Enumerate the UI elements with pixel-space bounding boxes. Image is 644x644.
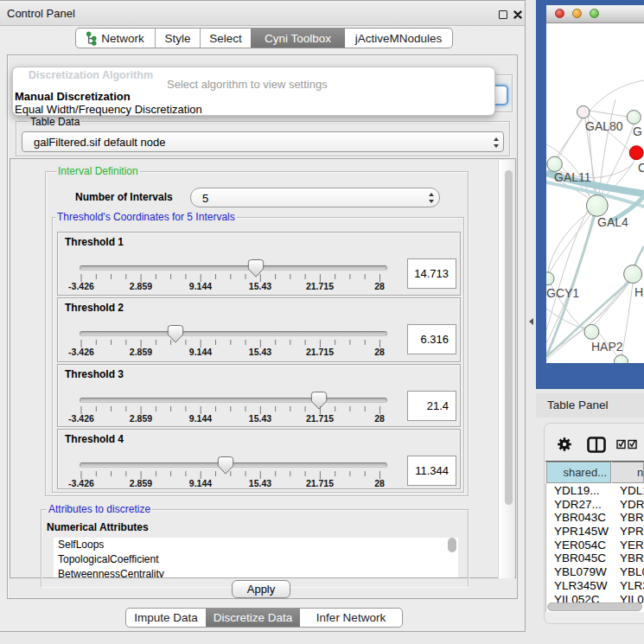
svg-text:HAP2: HAP2 xyxy=(591,340,623,354)
svg-text:GAL80: GAL80 xyxy=(585,119,623,133)
svg-text:GAL4: GAL4 xyxy=(597,215,628,229)
svg-text:G: G xyxy=(633,124,642,138)
svg-text:GAL11: GAL11 xyxy=(554,170,591,184)
svg-text:H: H xyxy=(634,285,643,299)
svg-text:C: C xyxy=(638,161,644,175)
svg-text:GCY1: GCY1 xyxy=(546,286,579,300)
